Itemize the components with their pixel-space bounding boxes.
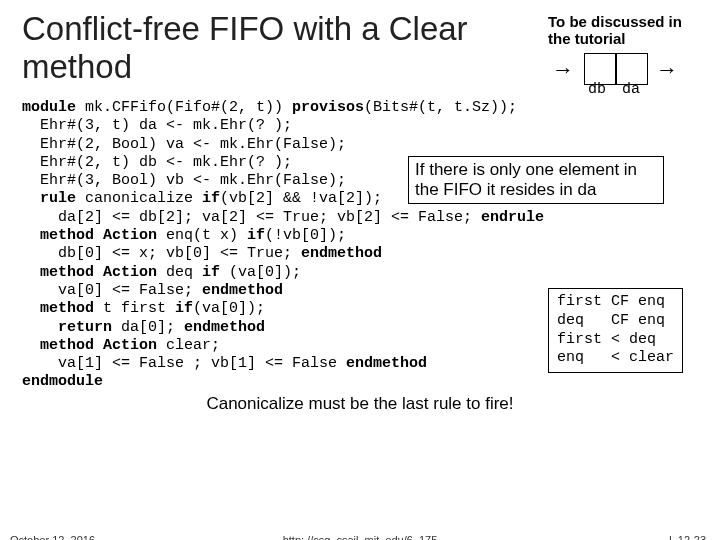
- da-label: da: [622, 81, 640, 98]
- canonical-note: Canonicalize must be the last rule to fi…: [22, 394, 698, 414]
- callout-ordering: first CF enq deq CF enq first < deq enq …: [548, 288, 683, 373]
- discuss-note: To be discussed in the tutorial: [548, 14, 698, 47]
- fifo-diagram: → → db da: [548, 55, 698, 95]
- arrow-in-icon: →: [552, 57, 574, 83]
- page-title: Conflict-free FIFO with a Clear method: [22, 10, 536, 86]
- footer-url: http: //csg. csail. mit. edu/6. 175: [0, 534, 720, 540]
- arrow-out-icon: →: [656, 57, 678, 83]
- footer-page: L 12-23: [669, 534, 706, 540]
- db-label: db: [588, 81, 606, 98]
- callout-element-location: If there is only one element in the FIFO…: [408, 156, 664, 204]
